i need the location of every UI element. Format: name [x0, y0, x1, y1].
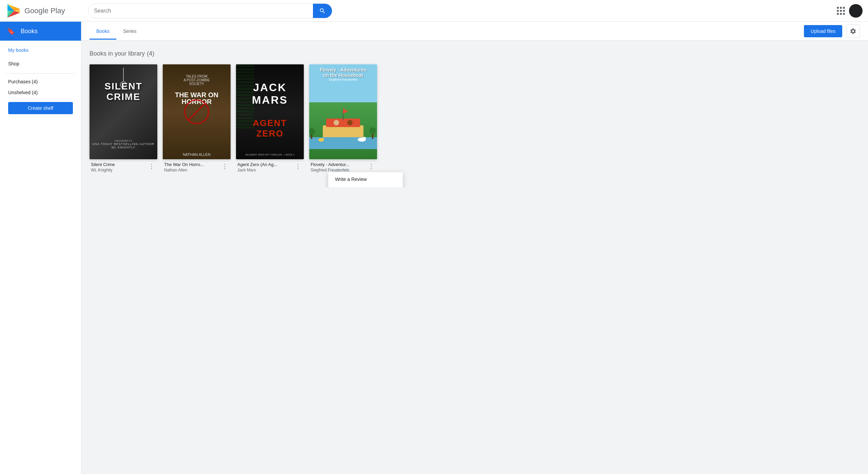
search-input[interactable] — [88, 8, 313, 14]
book-info-agent-zero: Agent Zero (An Ag... Jack Mars ⋮ — [236, 159, 304, 174]
svg-marker-13 — [343, 108, 348, 114]
library-title: Books in your library (4) — [90, 49, 860, 58]
sidebar-item-shop[interactable]: Shop — [0, 57, 81, 70]
context-menu-write-review[interactable]: Write a Review — [328, 172, 403, 186]
cover-author-silent: USA TODAY BESTSELLING AUTHORWL KNIGHTLY — [90, 142, 157, 149]
tab-books[interactable]: Books — [90, 23, 116, 40]
book-title-flovely: Flovely - Adventur... — [311, 162, 365, 167]
upload-files-button[interactable]: Upload files — [804, 25, 842, 37]
matrix-bg-decoration: 0101101001011100101011000010110101101011… — [236, 64, 304, 159]
sidebar-books-header[interactable]: 🔖 Books — [0, 22, 81, 41]
sidebar-books-title: Books — [21, 28, 38, 35]
cover-series-silent: HANGMAN #1 — [115, 139, 132, 142]
war-slash-icon — [183, 98, 210, 125]
book-title-agent-zero: Agent Zero (An Ag... — [237, 162, 292, 167]
book-menu-war-horror[interactable]: ⋮ — [220, 162, 229, 171]
sidebar-item-my-books[interactable]: My books — [0, 43, 81, 57]
main-content: Books Series Upload files Books in your … — [81, 22, 868, 187]
book-info-flovely: Flovely - Adventur... Siegfried Freudenf… — [309, 159, 377, 174]
rope-decoration — [123, 68, 124, 81]
book-author-agent-zero: Jack Mars — [237, 168, 294, 172]
context-menu: Write a Review About this book Read Mark… — [328, 172, 403, 187]
create-shelf-button[interactable]: Create shelf — [8, 102, 73, 114]
logo-area: Google Play — [5, 3, 80, 19]
sidebar-divider — [5, 73, 76, 74]
svg-line-6 — [188, 103, 205, 120]
sidebar-nav: My books Shop Purchases (4) Unshelved (4… — [0, 41, 81, 121]
book-author-war-horror: Nathan Allen — [164, 168, 220, 172]
top-navigation: Google Play — [0, 0, 868, 22]
book-info-silent-crime: Silent Crime WL Knightly ⋮ — [90, 159, 157, 174]
search-bar[interactable] — [88, 3, 332, 18]
book-menu-flovely[interactable]: ⋮ Write a Review About this book Read — [367, 162, 376, 171]
book-cover-war-horror[interactable]: TALES FROMA POST-ZOMBIESOCIETY THE WAR O… — [163, 64, 231, 159]
book-card-flovely[interactable]: Flovely - Adventureson the Houseboat Sie… — [309, 64, 377, 174]
cover-title-agent: JACKMARS — [236, 81, 304, 106]
svg-point-11 — [347, 120, 353, 125]
context-menu-about-book[interactable]: About this book — [328, 186, 403, 187]
nav-right — [837, 4, 863, 18]
book-title-war-horror: The War On Horro... — [164, 162, 218, 167]
book-grid: SILENTCRIME USA TODAY BESTSELLING AUTHOR… — [90, 64, 860, 174]
sidebar-purchases[interactable]: Purchases (4) — [0, 76, 81, 87]
search-icon — [319, 7, 326, 14]
google-play-logo-icon — [5, 3, 22, 19]
sidebar: 🔖 Books My books Shop Purchases (4) Unsh… — [0, 22, 81, 187]
book-text-flovely: Flovely - Adventur... Siegfried Freudenf… — [311, 162, 367, 172]
library-section: Books in your library (4) SILENTCRIME US… — [81, 41, 868, 174]
svg-point-17 — [322, 138, 324, 140]
gear-icon — [850, 28, 856, 35]
svg-point-21 — [369, 127, 376, 134]
svg-rect-7 — [323, 125, 363, 139]
book-cover-flovely[interactable]: Flovely - Adventureson the Houseboat Sie… — [309, 64, 377, 159]
cover-title-silent: SILENTCRIME — [93, 81, 154, 102]
book-text-war-horror: The War On Horro... Nathan Allen — [164, 162, 220, 172]
cover-author-war: NATHAN ALLEN — [163, 152, 231, 157]
svg-point-15 — [363, 137, 366, 140]
book-text-silent-crime: Silent Crime WL Knightly — [91, 162, 147, 172]
tabs-right: Upload files — [804, 24, 860, 38]
book-card-war-horror[interactable]: TALES FROMA POST-ZOMBIESOCIETY THE WAR O… — [163, 64, 231, 174]
cover-subtitle-agent: AGENTZERO — [236, 118, 304, 139]
book-title-silent-crime: Silent Crime — [91, 162, 145, 167]
book-author-flovely: Siegfried Freudenfels — [311, 168, 367, 172]
cover-series-agent: AN AGENT ZERO SPY THRILLER — BOOK 1 — [236, 153, 304, 156]
book-author-silent-crime: WL Knightly — [91, 168, 147, 172]
sidebar-unshelved[interactable]: Unshelved (4) — [0, 87, 81, 98]
book-text-agent-zero: Agent Zero (An Ag... Jack Mars — [237, 162, 294, 172]
book-card-silent-crime[interactable]: SILENTCRIME USA TODAY BESTSELLING AUTHOR… — [90, 64, 157, 174]
book-menu-agent-zero[interactable]: ⋮ — [294, 162, 302, 171]
book-cover-agent-zero[interactable]: 0101101001011100101011000010110101101011… — [236, 64, 304, 159]
cover-author-flovely: Siegfried Freudenfels — [309, 78, 377, 81]
svg-point-19 — [309, 128, 315, 135]
cover-title-flovely: Flovely - Adventureson the Houseboat — [309, 67, 377, 78]
book-card-agent-zero[interactable]: 0101101001011100101011000010110101101011… — [236, 64, 304, 174]
books-icon: 🔖 — [7, 27, 15, 35]
flovely-illustration — [309, 102, 377, 149]
app-title: Google Play — [24, 6, 65, 15]
tabs-bar: Books Series Upload files — [81, 22, 868, 41]
settings-gear-button[interactable] — [846, 24, 860, 38]
apps-grid-icon[interactable] — [837, 7, 845, 15]
book-cover-silent-crime[interactable]: SILENTCRIME USA TODAY BESTSELLING AUTHOR… — [90, 64, 157, 159]
book-info-war-horror: The War On Horro... Nathan Allen ⋮ — [163, 159, 231, 174]
search-button[interactable] — [313, 3, 332, 18]
tab-series[interactable]: Series — [116, 23, 143, 40]
user-avatar[interactable] — [849, 4, 863, 18]
cover-subtitle-war: TALES FROMA POST-ZOMBIESOCIETY — [163, 75, 231, 86]
svg-point-10 — [334, 120, 339, 125]
book-menu-silent-crime[interactable]: ⋮ — [147, 162, 156, 171]
tabs-left: Books Series — [90, 23, 143, 39]
